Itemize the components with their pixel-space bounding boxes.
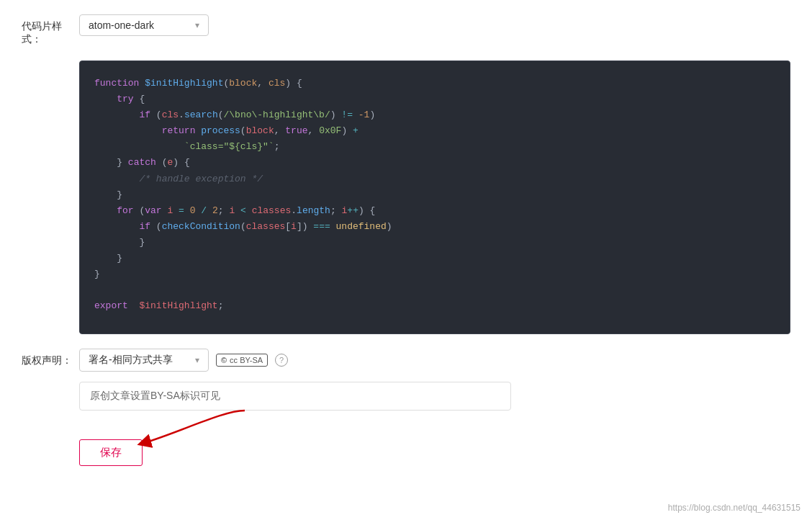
copyright-dropdown[interactable]: 署名-相同方式共享 ▾ bbox=[79, 349, 209, 372]
copyright-controls: 署名-相同方式共享 ▾ © cc BY-SA ? bbox=[79, 349, 790, 372]
code-style-dropdown[interactable]: atom-one-dark ▾ bbox=[79, 14, 209, 36]
code-style-value: atom-one-dark bbox=[89, 19, 154, 31]
info-box: 原创文章设置BY-SA标识可见 bbox=[79, 382, 511, 411]
copyright-content: 署名-相同方式共享 ▾ © cc BY-SA ? 原创文章设置BY-SA标识可见 bbox=[79, 349, 790, 425]
code-preview: function $initHighlight(block, cls) { tr… bbox=[79, 60, 790, 334]
code-style-content: atom-one-dark ▾ bbox=[79, 14, 790, 36]
save-area: 保存 bbox=[79, 439, 143, 466]
chevron-down-icon: ▾ bbox=[195, 20, 199, 30]
help-question-mark: ? bbox=[279, 356, 284, 364]
cc-icon: © bbox=[221, 356, 227, 364]
code-block-content: function $initHighlight(block, cls) { tr… bbox=[79, 60, 790, 334]
cc-badge: © cc BY-SA bbox=[216, 354, 268, 367]
copyright-label: 版权声明： bbox=[22, 349, 79, 367]
info-text: 原创文章设置BY-SA标识可见 bbox=[90, 390, 220, 401]
cc-text: cc BY-SA bbox=[230, 356, 263, 364]
code-block-spacer bbox=[22, 60, 79, 66]
copyright-value: 署名-相同方式共享 bbox=[89, 354, 173, 367]
code-block-row: function $initHighlight(block, cls) { tr… bbox=[22, 60, 790, 334]
save-button[interactable]: 保存 bbox=[79, 439, 143, 466]
chevron-down-icon: ▾ bbox=[195, 355, 199, 365]
save-row: 保存 bbox=[79, 439, 790, 466]
code-style-row: 代码片样式： atom-one-dark ▾ bbox=[22, 14, 790, 46]
copyright-row: 版权声明： 署名-相同方式共享 ▾ © cc BY-SA ? 原创文章设置BY-… bbox=[22, 349, 790, 425]
help-icon[interactable]: ? bbox=[275, 354, 288, 367]
code-style-label: 代码片样式： bbox=[22, 14, 79, 46]
